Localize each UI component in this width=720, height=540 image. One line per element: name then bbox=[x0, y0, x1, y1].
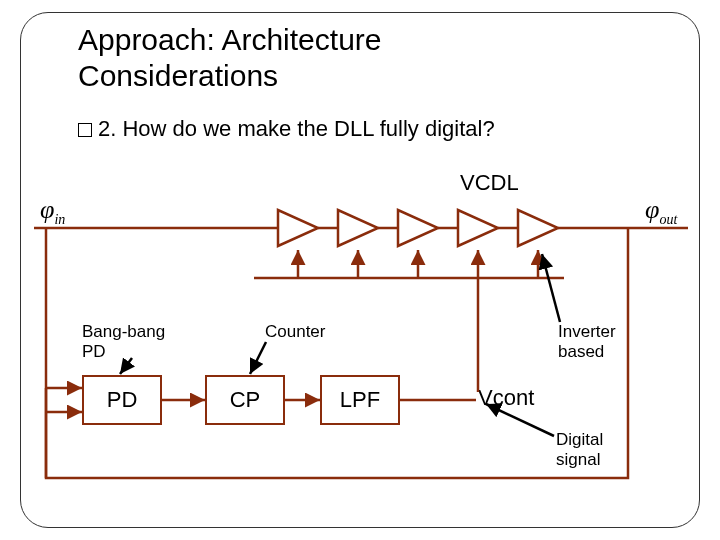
title-line-2: Considerations bbox=[78, 59, 278, 92]
cp-block: CP bbox=[205, 375, 285, 425]
bullet-icon bbox=[78, 123, 92, 137]
lpf-block-label: LPF bbox=[340, 387, 380, 413]
title-line-1: Approach: Architecture bbox=[78, 23, 382, 56]
counter-label: Counter bbox=[265, 322, 325, 342]
lpf-block: LPF bbox=[320, 375, 400, 425]
digital-signal-label: Digital signal bbox=[556, 430, 603, 469]
question-text: 2. How do we make the DLL fully digital? bbox=[98, 116, 495, 141]
pd-block: PD bbox=[82, 375, 162, 425]
phi-in-label: φin bbox=[40, 195, 65, 228]
inverter-based-label: Inverter based bbox=[558, 322, 616, 361]
vcdl-label: VCDL bbox=[460, 170, 519, 196]
phi-out-sub: out bbox=[659, 212, 677, 227]
slide-title: Approach: Architecture Considerations bbox=[78, 22, 382, 94]
question-line: 2. How do we make the DLL fully digital? bbox=[78, 116, 495, 142]
pd-block-label: PD bbox=[107, 387, 138, 413]
bang-bang-pd-label: Bang-bang PD bbox=[82, 322, 165, 361]
phi-in-sub: in bbox=[54, 212, 65, 227]
phi-out-label: φout bbox=[645, 195, 677, 228]
vcont-label: Vcont bbox=[478, 385, 534, 411]
cp-block-label: CP bbox=[230, 387, 261, 413]
